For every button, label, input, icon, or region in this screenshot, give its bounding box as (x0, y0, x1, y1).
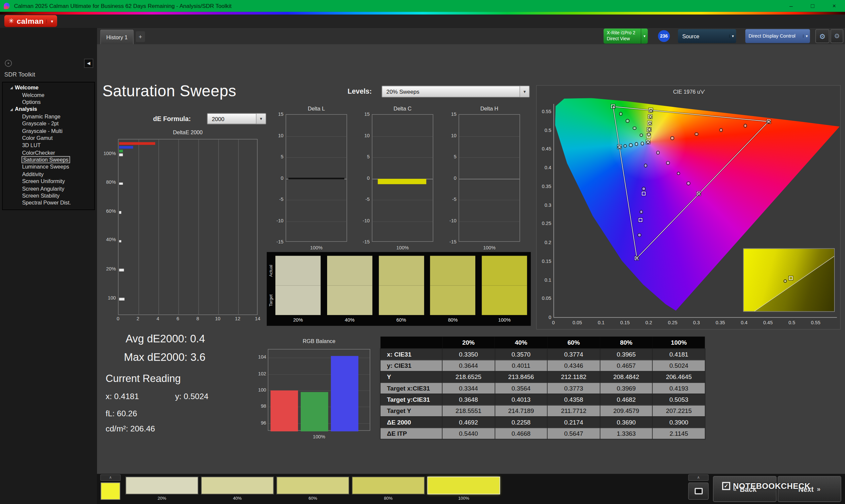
sidebar-item-options[interactable]: Options (3, 98, 94, 106)
sidebar-item-label: Color Gamut (22, 135, 53, 141)
delta-line-mark (288, 178, 344, 179)
reading-fl: fL: 60.26 (106, 409, 137, 418)
sidebar-title: SDR Toolkit (4, 71, 35, 78)
source-dropdown[interactable]: Source ▼ (678, 29, 736, 43)
add-tab-button[interactable]: + (136, 31, 145, 42)
delta-c-chart: Delta C151050-5-10-15100% (354, 106, 435, 250)
back-button[interactable]: « Back (713, 476, 777, 502)
maximize-button[interactable]: □ (802, 0, 823, 12)
measured-circle-marker (666, 161, 670, 165)
delta-bar-mark (377, 178, 426, 184)
deltae-bar (119, 154, 123, 156)
app-window: Calman 2025 Calman Ultimate for Business… (0, 0, 845, 504)
target-swatch-100 (482, 285, 527, 315)
sidebar-item-screen-stability[interactable]: Screen Stability (3, 192, 94, 200)
deltae-bar (119, 269, 124, 271)
measured-circle-marker (641, 142, 644, 145)
sidebar-item-label: Additivity (22, 171, 43, 177)
sidebar-item-color-gamut[interactable]: Color Gamut (3, 134, 94, 142)
sidebar-section-welcome[interactable]: ◢Welcome (3, 84, 94, 91)
sidebar-item-welcome[interactable]: Welcome (3, 91, 94, 98)
top-strip (0, 15, 845, 28)
patch-button-20[interactable] (125, 476, 198, 494)
gear-icon: ⚙ (834, 32, 840, 40)
settings-gear-button[interactable]: ⚙ (815, 29, 829, 43)
actual-swatch-60 (379, 256, 424, 286)
patch-button-40[interactable] (201, 476, 274, 494)
sidebar: ◀ SDR Toolkit ◢WelcomeWelcomeOptions◢Ana… (0, 28, 97, 504)
sidebar-item-screen-uniformity[interactable]: Screen Uniformity (3, 178, 94, 185)
target-swatch-20 (275, 285, 320, 315)
table-header: 80% (600, 337, 653, 348)
display-pattern-button[interactable] (688, 483, 709, 500)
sidebar-collapse-button[interactable]: ◀ (84, 59, 93, 68)
deltae-bar (119, 211, 122, 213)
table-header: 20% (442, 337, 495, 348)
deltae-bar (119, 146, 133, 148)
levels-dropdown[interactable]: 20% Sweeps ▼ (382, 86, 530, 97)
calman-logo-button[interactable]: ✳ calman ▼ (4, 15, 57, 27)
current-reading-title: Current Reading (106, 373, 181, 384)
rgb-balance-chart: RGB Balance1041021009896100% (258, 338, 372, 441)
measured-circle-marker (638, 233, 641, 237)
tab-history-1[interactable]: History 1 (100, 30, 134, 44)
chevron-down-icon: ▼ (520, 86, 529, 97)
sidebar-item-3d-lut[interactable]: 3D LUT (3, 142, 94, 149)
reading-y: y: 0.5024 (175, 392, 209, 401)
sidebar-item-label: Screen Stability (22, 193, 59, 199)
caret-up-icon[interactable]: ∧ (688, 474, 709, 481)
sidebar-section-analysis[interactable]: ◢Analysis (3, 106, 94, 113)
patch-button-100[interactable] (427, 476, 500, 494)
table-header: 100% (653, 337, 705, 348)
sidebar-item-colorchecker[interactable]: ColorChecker (3, 149, 94, 156)
measured-circle-marker (649, 115, 652, 119)
target-swatch-60 (379, 285, 424, 315)
rgb-bar-blue (331, 356, 358, 431)
workflow-options-button[interactable]: ⚙ (830, 29, 843, 43)
sidebar-item-label: Screen Angularity (22, 186, 64, 192)
close-button[interactable]: × (824, 0, 845, 12)
sidebar-item-grayscale-multi[interactable]: Grayscale - Multi (3, 127, 94, 134)
sidebar-tree: ◢WelcomeWelcomeOptions◢AnalysisDynamic R… (2, 82, 95, 210)
sidebar-item-label: ColorChecker (22, 149, 55, 155)
caret-up-icon[interactable]: ∧ (100, 474, 121, 481)
actual-swatch-20 (275, 256, 320, 286)
saturation-table: 20%40%60%80%100%x: CIE310.33500.35700.37… (380, 337, 705, 439)
sidebar-item-dynamic-range[interactable]: Dynamic Range (3, 113, 94, 120)
measured-circle-marker (648, 121, 652, 125)
display-control-dropdown[interactable]: Direct Display Control ▼ (745, 29, 810, 43)
chevrons-left-icon: « (733, 485, 737, 493)
patch-button-80[interactable] (352, 476, 424, 494)
expander-icon: ◢ (10, 86, 13, 89)
chevron-down-icon: ▼ (256, 113, 266, 124)
spectrum-strip (0, 12, 845, 15)
current-patch-swatch (101, 483, 120, 500)
sidebar-item-luminance-sweeps[interactable]: Luminance Sweeps (3, 163, 94, 170)
sidebar-item-screen-angularity[interactable]: Screen Angularity (3, 185, 94, 192)
minimize-button[interactable]: – (780, 0, 802, 12)
patch-button-60[interactable] (277, 476, 349, 494)
sidebar-item-label: Welcome (15, 85, 38, 91)
cie-y-axis (553, 104, 554, 317)
chevron-down-icon: ▼ (641, 29, 648, 44)
table-row-e-itp: ΔE ITP0.54400.46680.56471.33632.1145 (380, 428, 705, 439)
sidebar-item-saturation-sweeps[interactable]: Saturation Sweeps (3, 156, 94, 163)
next-button[interactable]: Next » (778, 476, 841, 502)
pin-icon[interactable] (5, 60, 12, 67)
sidebar-item-additivity[interactable]: Additivity (3, 170, 94, 178)
table-header (380, 337, 442, 348)
measured-circle-marker (767, 120, 770, 124)
sidebar-item-spectral-power-dist[interactable]: Spectral Power Dist. (3, 199, 94, 206)
sidebar-item-label: Welcome (22, 92, 45, 97)
de-formula-dropdown[interactable]: 2000 ▼ (207, 113, 266, 124)
sidebar-item-label: Luminance Sweeps (22, 164, 69, 170)
rgb-bar-red (271, 391, 298, 431)
rgb-title: RGB Balance (268, 338, 370, 344)
expander-icon: ◢ (10, 107, 13, 111)
sidebar-item-grayscale-2pt[interactable]: Grayscale - 2pt (3, 120, 94, 127)
meter-dropdown[interactable]: X-Rite i1Pro 2 Direct View ▼ (604, 29, 648, 44)
target-square-marker (638, 218, 642, 222)
table-row-target-x-cie31: Target x:CIE310.33440.35640.37730.39690.… (380, 382, 705, 394)
measured-circle-marker (646, 141, 650, 144)
target-swatch-40 (327, 285, 372, 315)
